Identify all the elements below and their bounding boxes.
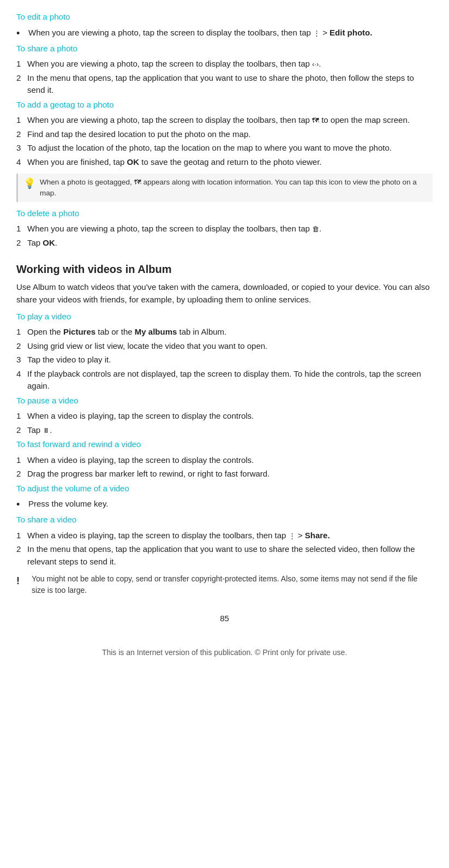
list-item-text: To adjust the location of the photo, tap… <box>27 142 433 154</box>
list-item: 2 Using grid view or list view, locate t… <box>16 340 433 353</box>
page-content: To edit a photo • When you are viewing a… <box>16 11 433 658</box>
section-play-video: To play a video 1 Open the Pictures tab … <box>16 311 433 393</box>
section-delete-photo: To delete a photo 1 When you are viewing… <box>16 207 433 249</box>
list-delete-photo: 1 When you are viewing a photo, tap the … <box>16 223 433 249</box>
list-item: 1 When you are viewing a photo, tap the … <box>16 223 433 235</box>
section-title-pause-video: To pause a video <box>16 395 433 407</box>
section-share-video: To share a video 1 When a video is playi… <box>16 514 433 596</box>
list-item: 1 When a video is playing, tap the scree… <box>16 454 433 467</box>
list-item-text: Tap the video to play it. <box>27 354 433 366</box>
list-item: 2 In the menu that opens, tap the applic… <box>16 543 433 568</box>
list-item-text: In the menu that opens, tap the applicat… <box>27 72 433 97</box>
section-fast-forward-video: To fast forward and rewind a video 1 Whe… <box>16 438 433 480</box>
list-item: 3 To adjust the location of the photo, t… <box>16 142 433 154</box>
list-pause-video: 1 When a video is playing, tap the scree… <box>16 410 433 436</box>
list-fast-forward-video: 1 When a video is playing, tap the scree… <box>16 454 433 480</box>
geotag-note: 💡 When a photo is geotagged, 🗺 appears a… <box>16 174 433 201</box>
section-desc-working-videos: Use Album to watch videos that you've ta… <box>16 281 433 306</box>
bullet-icon: • <box>16 27 26 40</box>
section-title-play-video: To play a video <box>16 311 433 323</box>
list-item-text: Open the Pictures tab or the My albums t… <box>27 326 433 338</box>
lightbulb-icon: 💡 <box>23 176 37 191</box>
list-share-photo: 1 When you are viewing a photo, tap the … <box>16 58 433 97</box>
section-title-add-geotag: To add a geotag to a photo <box>16 99 433 111</box>
list-item-text: If the playback controls are not display… <box>27 368 433 393</box>
section-edit-photo: To edit a photo • When you are viewing a… <box>16 11 433 40</box>
geotag-icon: 🗺 <box>134 177 141 188</box>
list-add-geotag: 1 When you are viewing a photo, tap the … <box>16 114 433 168</box>
bullet-item-edit-photo-1: • When you are viewing a photo, tap the … <box>16 27 433 40</box>
section-title-edit-photo: To edit a photo <box>16 11 433 23</box>
list-item: 1 When a video is playing, tap the scree… <box>16 410 433 423</box>
list-item-text: When you are viewing a photo, tap the sc… <box>27 223 433 235</box>
list-item: 2 In the menu that opens, tap the applic… <box>16 72 433 97</box>
bullet-item-adjust-volume-1: • Press the volume key. <box>16 498 433 512</box>
list-item-text: Using grid view or list view, locate the… <box>27 340 433 353</box>
list-item: 2 Find and tap the desired location to p… <box>16 128 433 141</box>
list-item-text: Tap ⏸. <box>27 424 433 437</box>
section-title-share-video: To share a video <box>16 514 433 526</box>
section-title-share-photo: To share a photo <box>16 43 433 55</box>
pause-icon: ⏸ <box>43 425 50 436</box>
warning-text: You might not be able to copy, send or t… <box>32 573 433 596</box>
section-share-photo: To share a photo 1 When you are viewing … <box>16 43 433 97</box>
list-item-text: When you are viewing a photo, tap the sc… <box>27 58 433 70</box>
list-item-text: In the menu that opens, tap the applicat… <box>27 543 433 568</box>
menu-icon-video: ⋮ <box>289 531 296 542</box>
section-adjust-volume: To adjust the volume of a video • Press … <box>16 483 433 512</box>
section-working-videos: Working with videos in Album Use Album t… <box>16 261 433 306</box>
section-add-geotag: To add a geotag to a photo 1 When you ar… <box>16 99 433 202</box>
list-play-video: 1 Open the Pictures tab or the My albums… <box>16 326 433 393</box>
list-item-text: When you are finished, tap OK to save th… <box>27 156 433 169</box>
section-title-fast-forward-video: To fast forward and rewind a video <box>16 438 433 451</box>
list-share-video: 1 When a video is playing, tap the scree… <box>16 530 433 568</box>
list-item: 1 When you are viewing a photo, tap the … <box>16 114 433 127</box>
list-item: 1 Open the Pictures tab or the My albums… <box>16 326 433 338</box>
list-item: 2 Tap OK. <box>16 237 433 249</box>
bullet-text-adjust-volume-1: Press the volume key. <box>28 498 433 510</box>
list-item-text: Drag the progress bar marker left to rew… <box>27 468 433 480</box>
list-item: 3 Tap the video to play it. <box>16 354 433 366</box>
list-item-text: When a video is playing, tap the screen … <box>27 530 433 542</box>
list-item: 1 When you are viewing a photo, tap the … <box>16 58 433 70</box>
section-title-adjust-volume: To adjust the volume of a video <box>16 483 433 495</box>
list-item-text: When you are viewing a photo, tap the sc… <box>27 114 433 127</box>
page-footer: This is an Internet version of this publ… <box>16 647 433 658</box>
bullet-text-edit-photo-1: When you are viewing a photo, tap the sc… <box>28 27 433 39</box>
map-icon: 🗺 <box>312 115 319 126</box>
list-item-text: Find and tap the desired location to put… <box>27 128 433 141</box>
section-pause-video: To pause a video 1 When a video is playi… <box>16 395 433 437</box>
bullet-icon: • <box>16 498 26 512</box>
section-title-delete-photo: To delete a photo <box>16 207 433 220</box>
section-h2-working-videos: Working with videos in Album <box>16 261 433 277</box>
share-icon: ‹·› <box>312 59 319 70</box>
list-item: 4 If the playback controls are not displ… <box>16 368 433 393</box>
list-item-text: When a video is playing, tap the screen … <box>27 454 433 467</box>
list-item-text: When a video is playing, tap the screen … <box>27 410 433 423</box>
page-number: 85 <box>16 613 433 625</box>
share-video-warning: ! You might not be able to copy, send or… <box>16 573 433 596</box>
list-item: 2 Drag the progress bar marker left to r… <box>16 468 433 480</box>
list-item: 4 When you are finished, tap OK to save … <box>16 156 433 169</box>
list-item-text: Tap OK. <box>27 237 433 249</box>
trash-icon: 🗑 <box>312 224 319 235</box>
note-text: When a photo is geotagged, 🗺 appears alo… <box>40 177 427 198</box>
list-item: 1 When a video is playing, tap the scree… <box>16 530 433 542</box>
warning-icon: ! <box>16 574 28 588</box>
menu-icon: ⋮ <box>313 28 320 39</box>
list-item: 2 Tap ⏸. <box>16 424 433 437</box>
